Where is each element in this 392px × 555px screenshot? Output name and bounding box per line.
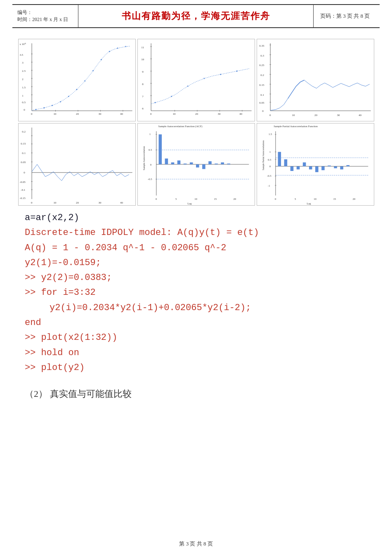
svg-point-35 <box>100 59 102 60</box>
svg-point-62 <box>171 96 172 97</box>
svg-text:-0.05: -0.05 <box>19 180 26 183</box>
svg-text:0: 0 <box>274 197 276 200</box>
svg-rect-132 <box>215 164 218 164</box>
svg-rect-129 <box>196 164 199 168</box>
svg-text:-1: -1 <box>268 184 270 187</box>
svg-text:0.05: 0.05 <box>259 101 264 104</box>
code-line-4: y2(1)=-0.0159; <box>25 256 367 270</box>
svg-rect-123 <box>158 134 162 164</box>
code-line-2: Discrete-time IDPOLY model: A(q)y(t) = e… <box>25 225 367 240</box>
svg-text:0.05: 0.05 <box>21 161 26 164</box>
header-right: 页码：第 3 页 共 8 页 <box>314 5 380 27</box>
header-date-label: 时间：2021 年 x 月 x 日 <box>17 16 73 23</box>
chart-5: Sample Autocorrelation Function (ACF) 1 … <box>137 123 255 206</box>
svg-text:0: 0 <box>269 165 271 168</box>
charts-area: x 10⁶ 3.5 3 2.5 2 1.5 1 0.5 0 0 10 <box>12 38 380 206</box>
svg-text:30: 30 <box>217 112 220 115</box>
svg-text:10: 10 <box>292 114 295 116</box>
svg-rect-130 <box>202 164 205 169</box>
svg-text:5: 5 <box>295 197 296 200</box>
header-id-label: 编号： <box>17 9 73 16</box>
svg-point-37 <box>117 47 118 49</box>
svg-text:20: 20 <box>233 197 236 200</box>
svg-text:10: 10 <box>194 197 197 200</box>
svg-text:-0.5: -0.5 <box>267 174 272 177</box>
svg-text:3.5: 3.5 <box>19 53 23 56</box>
svg-rect-164 <box>315 166 319 172</box>
page-footer: 第 3 页 共 8 页 <box>0 540 392 548</box>
svg-rect-165 <box>321 166 325 170</box>
svg-text:30: 30 <box>98 201 101 204</box>
svg-text:-0.15: -0.15 <box>19 197 26 199</box>
svg-text:40: 40 <box>239 112 242 115</box>
svg-text:15: 15 <box>214 197 217 200</box>
svg-point-32 <box>76 89 77 90</box>
code-line-11: >> plot(y2) <box>25 361 367 375</box>
svg-text:0: 0 <box>24 171 25 174</box>
chart-6: Sample Partial Autocorrelation Function … <box>257 123 374 206</box>
svg-rect-133 <box>221 162 224 164</box>
svg-point-30 <box>59 101 61 102</box>
svg-text:3: 3 <box>22 61 24 64</box>
svg-point-63 <box>187 85 188 87</box>
svg-rect-125 <box>171 162 174 164</box>
svg-text:0: 0 <box>150 163 151 166</box>
svg-text:0: 0 <box>31 201 33 204</box>
svg-text:30: 30 <box>98 112 101 115</box>
svg-rect-128 <box>189 162 193 164</box>
svg-text:20: 20 <box>195 112 198 115</box>
code-line-1: a=ar(x2,2) <box>25 211 367 225</box>
svg-text:0.5: 0.5 <box>268 158 272 161</box>
svg-rect-169 <box>346 165 349 166</box>
svg-rect-159 <box>284 159 287 166</box>
svg-rect-134 <box>227 164 230 164</box>
footer-text: 第 3 页 共 8 页 <box>179 541 213 547</box>
svg-text:0.2: 0.2 <box>260 74 264 76</box>
charts-row-2: 0.2 0.15 0.1 0.05 0 -0.05 -0.1 -0.15 0 1… <box>12 122 380 206</box>
header-center: 书山有路勤为径，学海无涯苦作舟 <box>78 5 314 27</box>
svg-text:0.25: 0.25 <box>259 64 264 66</box>
svg-text:6: 6 <box>142 107 144 110</box>
svg-text:0.1: 0.1 <box>260 93 264 96</box>
svg-point-27 <box>35 109 36 110</box>
svg-text:0: 0 <box>150 112 152 115</box>
chart-1: x 10⁶ 3.5 3 2.5 2 1.5 1 0.5 0 0 10 <box>18 39 136 121</box>
code-line-7: y2(i)=0.2034*y2(i-1)+0.02065*y2(i-2); <box>50 301 367 315</box>
code-line-6: >> for i=3:32 <box>25 285 367 300</box>
svg-text:20: 20 <box>76 201 79 204</box>
svg-rect-167 <box>334 166 337 168</box>
svg-text:Lag: Lag <box>307 202 311 205</box>
svg-point-33 <box>84 80 85 81</box>
svg-text:0: 0 <box>155 197 157 200</box>
svg-text:40: 40 <box>358 114 361 116</box>
svg-rect-160 <box>290 166 293 171</box>
svg-text:Sample Autocorrelation: Sample Autocorrelation <box>142 146 145 170</box>
svg-text:2.5: 2.5 <box>22 69 26 72</box>
svg-text:11: 11 <box>141 46 144 49</box>
svg-rect-168 <box>340 166 343 170</box>
svg-text:2: 2 <box>22 78 24 81</box>
svg-point-34 <box>92 70 94 71</box>
svg-text:1: 1 <box>149 133 150 135</box>
content-area: a=ar(x2,2) Discrete-time IDPOLY model: A… <box>25 211 367 375</box>
code-line-8: end <box>25 315 367 330</box>
svg-text:8: 8 <box>142 83 144 85</box>
svg-text:0.5: 0.5 <box>149 148 152 151</box>
svg-point-31 <box>68 96 69 97</box>
svg-text:Sample Autocorrelation Functio: Sample Autocorrelation Function (ACF) <box>158 125 202 128</box>
chart-2: 11 10 9 8 7 6 0 10 20 30 40 <box>137 39 255 121</box>
svg-text:30: 30 <box>337 114 340 116</box>
svg-rect-162 <box>302 162 306 166</box>
svg-rect-163 <box>309 166 312 170</box>
svg-text:20: 20 <box>76 112 79 115</box>
svg-text:-0.5: -0.5 <box>148 178 152 180</box>
svg-text:20: 20 <box>314 114 317 116</box>
svg-text:0.35: 0.35 <box>259 44 264 47</box>
svg-rect-126 <box>177 161 180 164</box>
svg-text:10: 10 <box>314 197 316 200</box>
svg-rect-161 <box>296 166 300 170</box>
svg-text:Lag: Lag <box>187 202 192 205</box>
svg-point-36 <box>109 51 110 52</box>
svg-rect-166 <box>328 166 331 166</box>
svg-text:9: 9 <box>142 70 144 73</box>
